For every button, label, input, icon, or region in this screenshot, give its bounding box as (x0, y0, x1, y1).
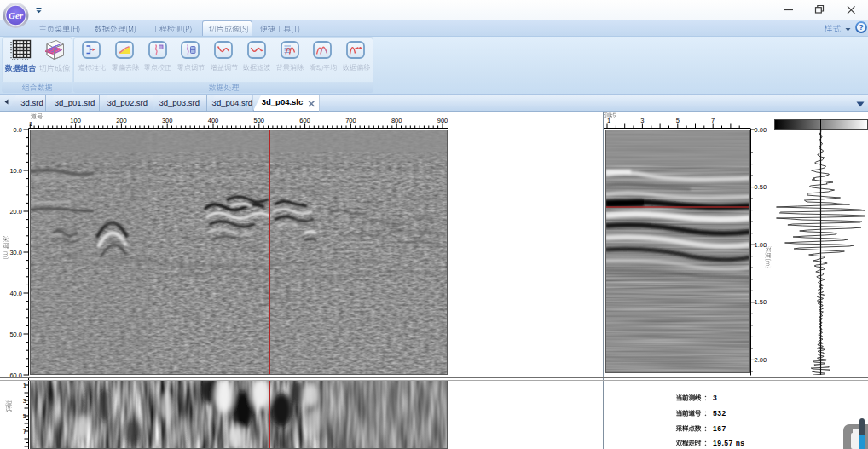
svg-text:50.0: 50.0 (9, 331, 22, 338)
svg-text:5: 5 (23, 412, 26, 420)
svg-text:7: 7 (23, 428, 26, 435)
svg-text:500: 500 (254, 117, 265, 124)
svg-text:5: 5 (676, 117, 680, 124)
svg-text:10.0: 10.0 (9, 167, 22, 175)
svg-text:0.00: 0.00 (755, 126, 767, 134)
svg-text:200: 200 (116, 117, 127, 124)
svg-text:3: 3 (23, 397, 26, 405)
svg-text:1.50: 1.50 (755, 298, 767, 306)
svg-text:300: 300 (162, 117, 173, 124)
svg-text:7: 7 (711, 117, 715, 124)
svg-text:700: 700 (345, 117, 356, 124)
svg-text:600: 600 (299, 117, 310, 124)
svg-text:900: 900 (437, 117, 448, 124)
svg-text:800: 800 (391, 117, 402, 124)
svg-text:2.00: 2.00 (755, 356, 767, 364)
svg-text:30.0: 30.0 (9, 249, 22, 256)
svg-text:3: 3 (640, 117, 644, 124)
svg-text:400: 400 (208, 117, 219, 124)
svg-text:60.0: 60.0 (9, 371, 22, 377)
svg-text:0.50: 0.50 (755, 183, 767, 191)
svg-text:Ger: Ger (9, 10, 24, 20)
svg-text:1: 1 (23, 382, 26, 389)
svg-text:20.0: 20.0 (9, 208, 22, 216)
svg-text:40.0: 40.0 (9, 290, 22, 297)
svg-text:100: 100 (70, 117, 81, 124)
svg-text:?: ? (859, 23, 864, 32)
svg-text:0.0: 0.0 (14, 126, 22, 134)
